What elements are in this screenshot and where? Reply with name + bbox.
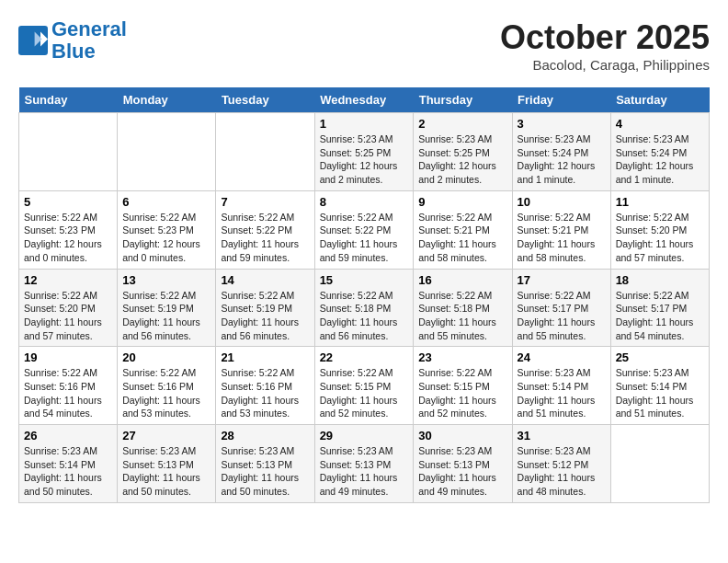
day-number: 20: [122, 350, 210, 364]
day-info: Sunrise: 5:22 AM Sunset: 5:15 PM Dayligh…: [418, 366, 506, 420]
week-row-2: 5Sunrise: 5:22 AM Sunset: 5:23 PM Daylig…: [19, 190, 710, 269]
day-number: 14: [221, 273, 309, 287]
calendar-cell-3-6: 25Sunrise: 5:23 AM Sunset: 5:14 PM Dayli…: [610, 347, 709, 425]
calendar-cell-3-5: 24Sunrise: 5:23 AM Sunset: 5:14 PM Dayli…: [512, 347, 610, 425]
page-title: October 2025: [500, 18, 710, 57]
logo-line1: General: [51, 17, 127, 40]
calendar-cell-0-6: 4Sunrise: 5:23 AM Sunset: 5:24 PM Daylig…: [610, 113, 709, 191]
day-info: Sunrise: 5:22 AM Sunset: 5:22 PM Dayligh…: [320, 211, 409, 265]
calendar-cell-4-3: 29Sunrise: 5:23 AM Sunset: 5:13 PM Dayli…: [314, 425, 414, 503]
day-info: Sunrise: 5:23 AM Sunset: 5:12 PM Dayligh…: [518, 444, 606, 499]
day-number: 29: [320, 429, 409, 442]
calendar-cell-4-6: [610, 425, 709, 503]
calendar-cell-2-1: 13Sunrise: 5:22 AM Sunset: 5:19 PM Dayli…: [118, 269, 216, 347]
calendar-cell-1-0: 5Sunrise: 5:22 AM Sunset: 5:23 PM Daylig…: [19, 190, 118, 269]
day-number: 7: [221, 195, 309, 209]
day-number: 22: [320, 350, 409, 364]
week-row-3: 12Sunrise: 5:22 AM Sunset: 5:20 PM Dayli…: [19, 269, 710, 347]
logo-line2: Blue: [51, 40, 96, 63]
calendar-cell-1-3: 8Sunrise: 5:22 AM Sunset: 5:22 PM Daylig…: [314, 190, 414, 269]
calendar-cell-3-3: 22Sunrise: 5:22 AM Sunset: 5:15 PM Dayli…: [314, 347, 414, 425]
day-info: Sunrise: 5:22 AM Sunset: 5:16 PM Dayligh…: [24, 366, 112, 420]
day-number: 10: [518, 195, 606, 209]
day-info: Sunrise: 5:22 AM Sunset: 5:23 PM Dayligh…: [122, 211, 210, 265]
day-info: Sunrise: 5:22 AM Sunset: 5:21 PM Dayligh…: [518, 211, 606, 265]
day-info: Sunrise: 5:23 AM Sunset: 5:13 PM Dayligh…: [221, 444, 309, 499]
calendar-cell-4-4: 30Sunrise: 5:23 AM Sunset: 5:13 PM Dayli…: [414, 425, 512, 503]
day-info: Sunrise: 5:22 AM Sunset: 5:22 PM Dayligh…: [221, 211, 309, 265]
calendar-cell-2-5: 17Sunrise: 5:22 AM Sunset: 5:17 PM Dayli…: [512, 269, 610, 347]
day-number: 25: [616, 350, 704, 364]
day-number: 8: [320, 195, 409, 209]
calendar-cell-0-0: [19, 113, 118, 191]
day-info: Sunrise: 5:22 AM Sunset: 5:17 PM Dayligh…: [616, 289, 704, 343]
header-monday: Monday: [118, 87, 216, 113]
calendar-table: SundayMondayTuesdayWednesdayThursdayFrid…: [18, 87, 710, 503]
title-block: October 2025 Bacolod, Caraga, Philippine…: [500, 18, 710, 73]
calendar-cell-2-4: 16Sunrise: 5:22 AM Sunset: 5:18 PM Dayli…: [414, 269, 512, 347]
week-row-1: 1Sunrise: 5:23 AM Sunset: 5:25 PM Daylig…: [19, 113, 710, 191]
day-info: Sunrise: 5:22 AM Sunset: 5:23 PM Dayligh…: [24, 211, 112, 265]
calendar-cell-2-2: 14Sunrise: 5:22 AM Sunset: 5:19 PM Dayli…: [216, 269, 314, 347]
calendar-cell-1-5: 10Sunrise: 5:22 AM Sunset: 5:21 PM Dayli…: [512, 190, 610, 269]
header-thursday: Thursday: [414, 87, 512, 113]
day-number: 27: [122, 429, 210, 442]
header-sunday: Sunday: [19, 87, 118, 113]
day-number: 31: [518, 429, 606, 442]
day-number: 30: [418, 429, 506, 442]
day-info: Sunrise: 5:23 AM Sunset: 5:24 PM Dayligh…: [616, 132, 704, 187]
calendar-cell-0-2: [216, 113, 314, 191]
calendar-cell-0-1: [118, 113, 216, 191]
calendar-cell-0-4: 2Sunrise: 5:23 AM Sunset: 5:25 PM Daylig…: [414, 113, 512, 191]
calendar-cell-1-6: 11Sunrise: 5:22 AM Sunset: 5:20 PM Dayli…: [610, 190, 709, 269]
week-row-4: 19Sunrise: 5:22 AM Sunset: 5:16 PM Dayli…: [19, 347, 710, 425]
day-number: 24: [518, 350, 606, 364]
day-info: Sunrise: 5:23 AM Sunset: 5:25 PM Dayligh…: [320, 132, 409, 187]
day-info: Sunrise: 5:22 AM Sunset: 5:15 PM Dayligh…: [320, 366, 409, 420]
calendar-cell-3-2: 21Sunrise: 5:22 AM Sunset: 5:16 PM Dayli…: [216, 347, 314, 425]
day-number: 23: [418, 350, 506, 364]
calendar-cell-0-3: 1Sunrise: 5:23 AM Sunset: 5:25 PM Daylig…: [314, 113, 414, 191]
day-info: Sunrise: 5:22 AM Sunset: 5:19 PM Dayligh…: [221, 289, 309, 343]
page-header: General Blue October 2025 Bacolod, Carag…: [18, 18, 710, 73]
day-info: Sunrise: 5:23 AM Sunset: 5:13 PM Dayligh…: [320, 444, 409, 499]
day-number: 16: [418, 273, 506, 287]
day-number: 6: [122, 195, 210, 209]
day-info: Sunrise: 5:23 AM Sunset: 5:14 PM Dayligh…: [616, 366, 704, 420]
day-number: 21: [221, 350, 309, 364]
day-info: Sunrise: 5:22 AM Sunset: 5:18 PM Dayligh…: [418, 289, 506, 343]
day-number: 13: [122, 273, 210, 287]
day-number: 28: [221, 429, 309, 442]
page-subtitle: Bacolod, Caraga, Philippines: [500, 57, 710, 73]
day-info: Sunrise: 5:23 AM Sunset: 5:24 PM Dayligh…: [518, 132, 606, 187]
day-info: Sunrise: 5:22 AM Sunset: 5:20 PM Dayligh…: [616, 211, 704, 265]
calendar-cell-1-1: 6Sunrise: 5:22 AM Sunset: 5:23 PM Daylig…: [118, 190, 216, 269]
day-number: 3: [518, 117, 606, 131]
logo-text: General Blue: [51, 18, 127, 63]
calendar-cell-1-4: 9Sunrise: 5:22 AM Sunset: 5:21 PM Daylig…: [414, 190, 512, 269]
logo: General Blue: [18, 18, 127, 63]
day-info: Sunrise: 5:22 AM Sunset: 5:16 PM Dayligh…: [221, 366, 309, 420]
day-number: 12: [24, 273, 112, 287]
day-info: Sunrise: 5:22 AM Sunset: 5:16 PM Dayligh…: [122, 366, 210, 420]
calendar-cell-0-5: 3Sunrise: 5:23 AM Sunset: 5:24 PM Daylig…: [512, 113, 610, 191]
calendar-cell-3-0: 19Sunrise: 5:22 AM Sunset: 5:16 PM Dayli…: [19, 347, 118, 425]
day-number: 17: [518, 273, 606, 287]
day-number: 5: [24, 195, 112, 209]
calendar-cell-4-0: 26Sunrise: 5:23 AM Sunset: 5:14 PM Dayli…: [19, 425, 118, 503]
day-number: 1: [320, 117, 409, 131]
day-info: Sunrise: 5:23 AM Sunset: 5:14 PM Dayligh…: [24, 444, 112, 499]
day-info: Sunrise: 5:23 AM Sunset: 5:13 PM Dayligh…: [122, 444, 210, 499]
calendar-cell-4-1: 27Sunrise: 5:23 AM Sunset: 5:13 PM Dayli…: [118, 425, 216, 503]
calendar-cell-3-4: 23Sunrise: 5:22 AM Sunset: 5:15 PM Dayli…: [414, 347, 512, 425]
day-info: Sunrise: 5:23 AM Sunset: 5:13 PM Dayligh…: [418, 444, 506, 499]
day-number: 9: [418, 195, 506, 209]
header-friday: Friday: [512, 87, 610, 113]
calendar-cell-4-5: 31Sunrise: 5:23 AM Sunset: 5:12 PM Dayli…: [512, 425, 610, 503]
day-number: 4: [616, 117, 704, 131]
day-info: Sunrise: 5:22 AM Sunset: 5:17 PM Dayligh…: [518, 289, 606, 343]
day-number: 2: [418, 117, 506, 131]
day-number: 15: [320, 273, 409, 287]
week-row-5: 26Sunrise: 5:23 AM Sunset: 5:14 PM Dayli…: [19, 425, 710, 503]
calendar-cell-3-1: 20Sunrise: 5:22 AM Sunset: 5:16 PM Dayli…: [118, 347, 216, 425]
